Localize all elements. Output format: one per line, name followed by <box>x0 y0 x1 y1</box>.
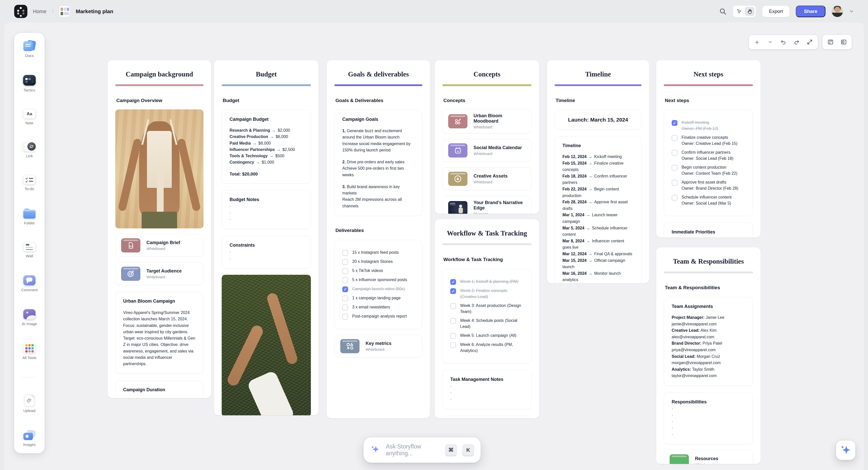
deliverable-row[interactable]: 3 x email newsletters <box>342 304 414 310</box>
sidebar-item-wall[interactable]: Wall <box>23 242 35 258</box>
week-row[interactable]: Week 4: Schedule posts (Social Lead) <box>450 317 524 330</box>
checkbox[interactable] <box>450 303 456 309</box>
ask-input-placeholder[interactable]: Ask Storyflow anything... <box>386 443 440 457</box>
campaign-goals-card[interactable]: Campaign Goals 1. Generate buzz and exci… <box>335 110 422 216</box>
link-card-resources[interactable]: Resources Whiteboard <box>664 450 753 464</box>
task-row[interactable]: Finalize creative conceptsOwner: Creativ… <box>672 134 745 146</box>
checkbox[interactable] <box>450 342 456 348</box>
zoom-in-icon[interactable]: ＋ <box>750 36 764 47</box>
page-title[interactable]: Marketing plan <box>76 8 113 14</box>
checkbox[interactable] <box>450 333 456 339</box>
sidebar-item-note[interactable]: Aa Note <box>23 109 35 125</box>
sidebar-item-ai-image[interactable]: AI Image <box>22 309 37 326</box>
checkbox[interactable] <box>450 318 456 324</box>
redo-icon[interactable] <box>790 36 803 47</box>
share-button[interactable]: Share <box>796 6 826 17</box>
link-card-moodboard[interactable]: Urban Bloom Moodboard Whiteboard <box>442 109 531 133</box>
sidebar-item-upload[interactable]: Upload <box>23 395 35 413</box>
deliverable-row[interactable]: 15 x Instagram feed posts <box>342 249 414 256</box>
launch-banner[interactable]: Launch: March 15, 2024 <box>555 110 642 130</box>
approval-workflow-card[interactable]: Approval Workflow <box>442 416 531 418</box>
column-next-steps[interactable]: Next steps Next steps Kickoff meetingOwn… <box>656 60 761 238</box>
budget-photo[interactable] <box>222 275 311 415</box>
checkbox[interactable] <box>672 135 678 141</box>
column-budget[interactable]: Budget Budget Campaign Budget Research &… <box>214 60 318 415</box>
week-row[interactable]: Week 6: Analyze results (PM, Analytics) <box>450 342 524 354</box>
undo-icon[interactable] <box>777 36 790 47</box>
checkbox[interactable] <box>672 195 678 201</box>
hand-pan-tool[interactable] <box>745 7 754 16</box>
app-logo-icon[interactable] <box>14 5 27 18</box>
weeks-checklist-card[interactable]: Week 1: Kickoff & planning (PM)Week 2: F… <box>442 269 531 363</box>
checkbox[interactable] <box>342 314 348 320</box>
checkbox[interactable] <box>342 250 348 256</box>
campaign-duration-card[interactable]: Campaign Duration <box>115 380 204 398</box>
link-card-campaign-brief[interactable]: DOC Campaign Brief Whiteboard <box>115 234 204 257</box>
deliverable-row[interactable]: Post-campaign analysis report <box>342 313 414 320</box>
campaign-budget-card[interactable]: Campaign Budget Research & Planning→$2,0… <box>222 110 311 183</box>
chevron-down-icon[interactable] <box>849 9 854 14</box>
column-workflow[interactable]: Workflow & Task Tracking Workflow & Task… <box>435 219 539 418</box>
checkbox[interactable] <box>342 296 348 301</box>
task-row[interactable]: Schedule influencer contentOwner: Social… <box>672 194 745 206</box>
responsibilities-card[interactable]: Responsibilities <box>664 393 753 444</box>
sidebar-item-tactics[interactable]: Tactics <box>23 75 36 92</box>
sidebar-item-comment[interactable]: Comment <box>21 275 37 292</box>
task-row[interactable]: Approve first asset draftsOwner: Brand D… <box>672 179 745 192</box>
campaign-photo[interactable] <box>115 109 204 228</box>
timeline-schedule-card[interactable]: Timeline Feb 12, 2024→Kickoff meetingFeb… <box>555 136 642 283</box>
column-goals-deliverables[interactable]: Goals & deliverables Goals & Deliverable… <box>327 60 430 418</box>
urban-bloom-campaign-card[interactable]: Urban Bloom Campaign Vireo Apparel’s Spr… <box>115 292 204 374</box>
constraints-card[interactable]: Constraints <box>222 236 311 269</box>
checkbox[interactable] <box>450 288 456 294</box>
sidebar-item-todo[interactable]: To-do <box>23 175 35 191</box>
sidebar-item-images[interactable]: Images <box>23 430 35 447</box>
task-row[interactable]: Begin content productionOwner: Content T… <box>672 164 745 176</box>
column-campaign-background[interactable]: Campaign background Campaign Overview DO… <box>108 60 211 398</box>
deliverable-row[interactable]: Campaign launch video (60s) <box>342 286 414 292</box>
next-steps-checklist-card[interactable]: Kickoff meetingOwner: PM (Feb 12) Finali… <box>664 110 753 216</box>
week-row[interactable]: Week 3: Asset production (Design Team) <box>450 303 524 315</box>
task-notes-card[interactable]: Task Management Notes <box>442 370 531 409</box>
link-card-social-calendar[interactable]: 17 Social Media Calendar Whiteboard <box>442 139 531 162</box>
board-view-icon[interactable] <box>824 36 837 47</box>
export-button[interactable]: Export <box>762 6 790 17</box>
checkbox[interactable] <box>672 150 678 156</box>
link-card-creative-assets[interactable]: Creative Assets Whiteboard <box>442 167 531 190</box>
frame-view-icon[interactable] <box>837 36 850 47</box>
task-row[interactable]: Kickoff meetingOwner: PM (Feb 12) <box>672 120 745 132</box>
deliverable-row[interactable]: 20 x Instagram Stories <box>342 259 414 265</box>
deliverable-row[interactable]: 1 x campaign landing page <box>342 295 414 301</box>
deliverables-card[interactable]: 15 x Instagram feed posts20 x Instagram … <box>335 240 422 329</box>
link-card-key-metrics[interactable]: Key metrics Whiteboard <box>335 335 422 358</box>
checkbox[interactable] <box>342 259 348 265</box>
document-thumbnail-icon[interactable] <box>59 6 70 17</box>
link-card-target-audience[interactable]: Target Audience Whiteboard <box>115 262 204 285</box>
checkbox[interactable] <box>342 305 348 310</box>
search-icon[interactable] <box>719 8 726 15</box>
sidebar-item-folder[interactable]: Folder <box>23 208 35 225</box>
checkbox[interactable] <box>342 287 348 292</box>
deliverable-row[interactable]: 5 x TikTok videos <box>342 268 414 274</box>
fullscreen-icon[interactable] <box>803 36 816 47</box>
immediate-priorities-card[interactable]: Immediate Priorities <box>664 223 753 238</box>
checkbox[interactable] <box>672 120 678 126</box>
whiteboard-canvas[interactable]: Docs Tactics Aa Note Link To-do Folder W… <box>4 23 864 470</box>
select-cursor-tool[interactable] <box>734 7 744 16</box>
link-card-narrative-edge[interactable]: Your Brand’s Narrative Edge Blueprint <box>442 196 531 214</box>
team-assignments-card[interactable]: Team Assignments Project Manager: Jamie … <box>664 297 753 386</box>
column-concepts[interactable]: Concepts Concepts Urban Bloom Moodboard … <box>435 60 539 214</box>
zoom-out-icon[interactable]: − <box>764 36 777 47</box>
column-timeline[interactable]: Timeline Timeline Launch: March 15, 2024… <box>547 60 649 283</box>
sidebar-item-all-tools[interactable]: All Tools <box>22 343 36 360</box>
week-row[interactable]: Week 5: Launch campaign (All) <box>450 333 524 339</box>
task-row[interactable]: Confirm influencer partnersOwner: Social… <box>672 149 745 162</box>
user-avatar[interactable] <box>832 6 843 17</box>
checkbox[interactable] <box>672 165 678 171</box>
deliverable-row[interactable]: 5 x influencer sponsored posts <box>342 277 414 283</box>
column-team[interactable]: Team & Responsibilities Team & Responsib… <box>656 247 761 464</box>
breadcrumb-home[interactable]: Home <box>33 9 46 14</box>
ask-ai-bar[interactable]: Ask Storyflow anything... ⌘ K <box>364 437 480 463</box>
checkbox[interactable] <box>342 268 348 274</box>
budget-notes-card[interactable]: Budget Notes <box>222 190 311 229</box>
